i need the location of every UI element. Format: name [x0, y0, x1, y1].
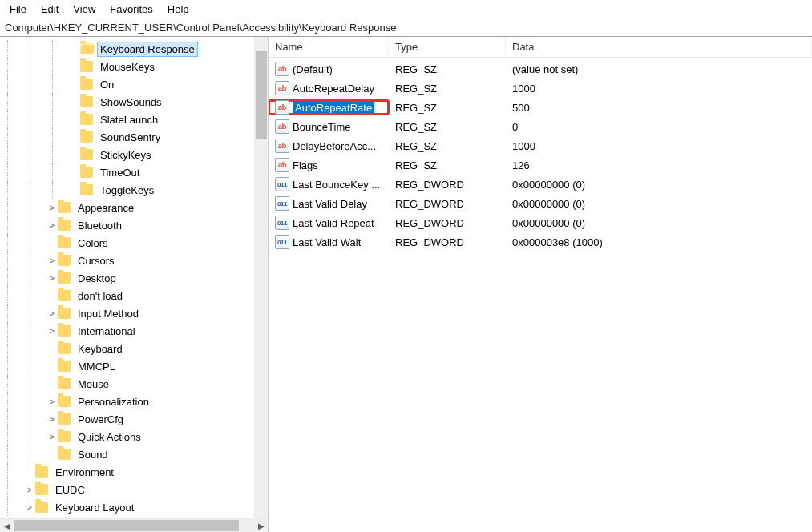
tree-item[interactable]: >Bluetooth	[2, 216, 268, 234]
tree-item[interactable]: >Cursors	[2, 252, 268, 269]
tree-item[interactable]: >Environment	[2, 463, 268, 481]
value-type: REG_DWORD	[389, 179, 506, 191]
value-name-cell[interactable]: abDelayBeforeAcc...	[269, 139, 389, 153]
scroll-right-icon[interactable]: ▶	[254, 519, 268, 532]
tree-item-label: Quick Actions	[75, 430, 143, 444]
tree-item-label: Colors	[75, 236, 111, 250]
tree-item[interactable]: >don't load	[2, 287, 268, 304]
tree-item[interactable]: >Appearance	[2, 199, 268, 216]
menu-item-favorites[interactable]: Favorites	[103, 2, 159, 17]
expand-chevron-icon[interactable]: >	[24, 503, 35, 512]
expand-placeholder: >	[69, 186, 80, 195]
value-name-cell[interactable]: 011Last Valid Wait	[269, 235, 389, 249]
value-row[interactable]: ab(Default)REG_SZ(value not set)	[269, 59, 812, 79]
value-name-cell[interactable]: 011Last Valid Delay	[269, 196, 389, 211]
tree-item[interactable]: >MouseKeys	[2, 58, 268, 75]
value-type: REG_SZ	[389, 102, 506, 114]
tree-item[interactable]: >International	[2, 322, 268, 340]
value-row[interactable]: 011Last Valid RepeatREG_DWORD0x00000000 …	[269, 213, 812, 232]
tree-item[interactable]: >ShowSounds	[2, 93, 268, 111]
value-name-cell[interactable]: 011Last Valid Repeat	[269, 216, 389, 230]
value-row[interactable]: abAutoRepeatRateREG_SZ500	[269, 98, 812, 117]
menu-item-help[interactable]: Help	[161, 2, 196, 17]
dword-value-icon: 011	[275, 235, 289, 249]
tree-item-label: Sound	[75, 448, 111, 461]
tree-item-label: ToggleKeys	[98, 183, 156, 197]
tree-item[interactable]: >On	[2, 75, 268, 93]
value-row[interactable]: 011Last Valid WaitREG_DWORD0x000003e8 (1…	[269, 232, 812, 252]
value-name-cell[interactable]: abBounceTime	[269, 119, 389, 134]
tree-item[interactable]: >Personalization	[2, 393, 268, 410]
value-row[interactable]: abDelayBeforeAcc...REG_SZ1000	[269, 136, 812, 155]
expand-placeholder: >	[46, 239, 58, 248]
value-name-cell[interactable]: abAutoRepeatDelay	[269, 81, 389, 95]
value-name: Last BounceKey ...	[293, 178, 380, 191]
tree-panel: >Keyboard Response>MouseKeys>On>ShowSoun…	[0, 37, 269, 532]
tree-item[interactable]: >Input Method	[2, 304, 268, 322]
string-value-icon: ab	[275, 81, 289, 95]
value-row[interactable]: 011Last BounceKey ...REG_DWORD0x00000000…	[269, 175, 812, 194]
folder-icon	[80, 149, 93, 160]
tree-item[interactable]: >ToggleKeys	[2, 181, 268, 199]
column-header-name[interactable]: Name	[269, 37, 389, 57]
value-name-cell[interactable]: abAutoRepeatRate	[269, 100, 389, 115]
tree-view[interactable]: >Keyboard Response>MouseKeys>On>ShowSoun…	[0, 37, 268, 518]
tree-item[interactable]: >StickyKeys	[2, 146, 268, 163]
value-row[interactable]: 011Last Valid DelayREG_DWORD0x00000000 (…	[269, 194, 812, 213]
scroll-left-icon[interactable]: ◀	[0, 519, 14, 532]
folder-icon	[80, 79, 93, 90]
tree-item[interactable]: >SlateLaunch	[2, 111, 268, 128]
value-row[interactable]: abFlagsREG_SZ126	[269, 155, 812, 175]
tree-item[interactable]: >PowerCfg	[2, 410, 268, 428]
expand-chevron-icon[interactable]: >	[46, 397, 58, 406]
value-row[interactable]: abAutoRepeatDelayREG_SZ1000	[269, 79, 812, 98]
value-name-cell[interactable]: ab(Default)	[269, 62, 389, 76]
column-header-data[interactable]: Data	[506, 37, 812, 57]
column-header-type[interactable]: Type	[389, 37, 506, 57]
expand-placeholder: >	[69, 168, 80, 177]
expand-chevron-icon[interactable]: >	[46, 274, 58, 283]
expand-chevron-icon[interactable]: >	[46, 204, 58, 212]
tree-item[interactable]: >SoundSentry	[2, 128, 268, 146]
menu-item-view[interactable]: View	[67, 2, 102, 17]
expand-chevron-icon[interactable]: >	[46, 309, 58, 318]
tree-item[interactable]: >MMCPL	[2, 357, 268, 375]
folder-icon	[80, 131, 93, 143]
scrollbar-thumb[interactable]	[14, 520, 239, 531]
tree-item[interactable]: >Keyboard	[2, 340, 268, 357]
value-data: 126	[506, 159, 812, 171]
tree-item[interactable]: >Desktop	[2, 269, 268, 287]
value-name-cell[interactable]: 011Last BounceKey ...	[269, 177, 389, 191]
scrollbar-thumb[interactable]	[256, 51, 267, 139]
expand-chevron-icon[interactable]: >	[46, 256, 58, 265]
value-row[interactable]: abBounceTimeREG_SZ0	[269, 117, 812, 136]
value-name: BounceTime	[293, 120, 351, 134]
expand-chevron-icon[interactable]: >	[46, 433, 58, 441]
folder-icon	[80, 167, 93, 178]
tree-item[interactable]: >Colors	[2, 234, 268, 252]
folder-icon	[35, 484, 48, 495]
tree-item[interactable]: >EUDC	[2, 481, 268, 498]
tree-item-label: Desktop	[75, 272, 119, 285]
folder-icon	[80, 114, 93, 125]
menu-item-file[interactable]: File	[3, 2, 33, 17]
tree-item[interactable]: >Keyboard Response	[2, 40, 268, 58]
tree-vertical-scrollbar[interactable]	[254, 37, 268, 518]
address-bar[interactable]: Computer\HKEY_CURRENT_USER\Control Panel…	[0, 18, 812, 37]
value-name-cell[interactable]: abFlags	[269, 158, 389, 172]
tree-item[interactable]: >Mouse	[2, 375, 268, 393]
expand-chevron-icon[interactable]: >	[46, 415, 58, 424]
value-name: (Default)	[293, 62, 333, 76]
tree-horizontal-scrollbar[interactable]: ◀ ▶	[0, 518, 268, 532]
tree-item[interactable]: >Quick Actions	[2, 428, 268, 445]
expand-chevron-icon[interactable]: >	[46, 221, 58, 230]
expand-placeholder: >	[46, 450, 58, 459]
tree-item[interactable]: >TimeOut	[2, 163, 268, 181]
expand-chevron-icon[interactable]: >	[46, 327, 58, 336]
tree-item[interactable]: >Keyboard Layout	[2, 498, 268, 516]
folder-icon	[58, 255, 71, 266]
menu-item-edit[interactable]: Edit	[34, 2, 65, 17]
tree-item[interactable]: >Sound	[2, 445, 268, 463]
list-body[interactable]: ab(Default)REG_SZ(value not set)abAutoRe…	[269, 58, 812, 532]
expand-chevron-icon[interactable]: >	[24, 486, 35, 494]
